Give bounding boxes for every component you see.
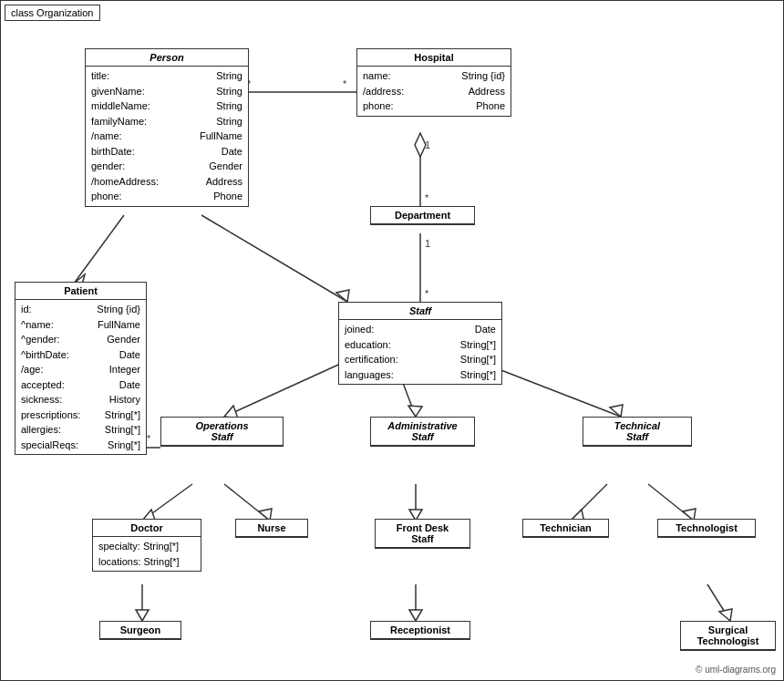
class-operations-staff-title: OperationsStaff [161,418,283,446]
svg-line-22 [224,484,270,521]
svg-marker-31 [136,610,149,621]
class-doctor: Doctor specialty: String[*] locations: S… [92,519,201,572]
class-technologist-title: Technologist [658,520,755,537]
class-hospital: Hospital name:String {id} /address:Addre… [356,48,511,117]
svg-line-34 [707,584,730,621]
svg-marker-33 [409,610,422,621]
svg-line-10 [74,215,124,284]
svg-marker-19 [610,405,623,417]
class-hospital-title: Hospital [357,49,511,67]
class-doctor-title: Doctor [93,520,201,537]
class-technical-staff-title: TechnicalStaff [583,418,691,446]
class-person-title: Person [86,49,248,67]
class-front-desk-staff: Front DeskStaff [375,519,470,549]
svg-marker-17 [408,406,422,417]
svg-text:*: * [425,192,429,203]
class-administrative-staff: AdministrativeStaff [370,417,475,447]
svg-text:*: * [343,78,347,89]
class-surgical-technologist-title: SurgicalTechnologist [681,622,775,650]
class-front-desk-staff-title: Front DeskStaff [376,520,469,548]
svg-marker-4 [415,133,426,157]
class-surgeon-title: Surgeon [100,622,181,639]
class-person: Person title:String givenName:String mid… [85,48,249,207]
class-staff-title: Staff [339,303,501,320]
class-staff-body: joined:Date education:String[*] certific… [339,320,501,384]
svg-text:*: * [147,433,151,444]
class-doctor-body: specialty: String[*] locations: String[*… [93,537,201,571]
svg-line-26 [571,484,607,521]
svg-text:1: 1 [425,139,430,150]
class-patient-title: Patient [15,283,146,300]
diagram-title: class Organization [5,5,100,21]
class-hospital-body: name:String {id} /address:Address phone:… [357,67,511,116]
svg-line-20 [142,484,192,521]
class-surgical-technologist: SurgicalTechnologist [680,621,776,651]
copyright: © uml-diagrams.org [696,665,776,675]
class-technologist: Technologist [657,519,756,538]
class-patient-body: id:String {id} ^name:FullName ^gender:Ge… [15,300,146,454]
svg-marker-35 [719,609,732,621]
svg-marker-13 [336,290,349,302]
class-receptionist-title: Receptionist [371,622,469,639]
class-department: Department [370,206,475,225]
class-administrative-staff-title: AdministrativeStaff [371,418,474,446]
class-person-body: title:String givenName:String middleName… [86,67,248,206]
svg-text:*: * [425,288,429,299]
class-technician-title: Technician [523,520,608,537]
class-staff: Staff joined:Date education:String[*] ce… [338,302,502,385]
class-surgeon: Surgeon [99,621,181,640]
svg-text:1: 1 [425,238,430,249]
class-technician: Technician [522,519,609,538]
svg-line-12 [201,215,347,302]
class-operations-staff: OperationsStaff [160,417,284,447]
class-technical-staff: TechnicalStaff [583,417,692,447]
class-receptionist: Receptionist [370,621,470,640]
svg-line-14 [224,356,356,417]
class-nurse: Nurse [235,519,308,538]
class-department-title: Department [371,207,474,224]
uml-diagram: class Organization * * 1 * 1 * [0,0,784,681]
class-patient: Patient id:String {id} ^name:FullName ^g… [15,282,147,455]
svg-line-28 [648,484,694,521]
class-nurse-title: Nurse [236,520,307,537]
